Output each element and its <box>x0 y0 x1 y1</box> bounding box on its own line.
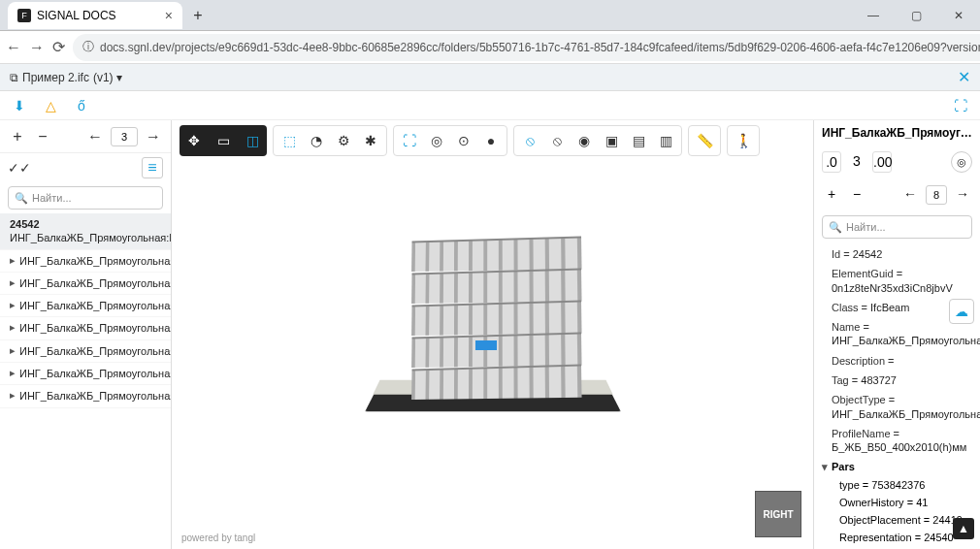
file-name: Пример 2.ifc <box>22 71 89 84</box>
tree-search[interactable]: 🔍 Найти... <box>8 186 163 210</box>
decimals-up[interactable]: .00 <box>872 151 892 173</box>
search-icon: 🔍 <box>15 192 28 205</box>
checkall-icon[interactable]: ✓✓ <box>8 160 31 176</box>
measure-icon[interactable]: 📏 <box>693 133 716 148</box>
properties-panel: ИНГ_БалкаЖБ_Прямоугольная:Б_ЖБ_B50_4 .0 … <box>813 120 980 549</box>
tab-title: SIGNAL DOCS <box>37 9 116 22</box>
new-tab-button[interactable]: + <box>186 4 210 27</box>
layer3-icon[interactable]: ▥ <box>654 133 677 148</box>
move-tool[interactable]: ✥ <box>180 133 209 148</box>
cloud-button[interactable]: ☁ <box>949 299 974 324</box>
close-file-button[interactable]: ✕ <box>958 68 970 86</box>
mesh-icon[interactable]: ✱ <box>359 133 382 148</box>
file-icon: ⧉ <box>10 71 18 84</box>
decimals-value: 3 <box>847 151 866 173</box>
fit-tool-group: ⛶ ◎ ⊙ ● <box>393 125 507 156</box>
decimals-down[interactable]: .0 <box>822 151 841 173</box>
nav-tool-group: ✥ ▭ ◫ <box>180 125 267 156</box>
properties-search[interactable]: 🔍 Найти... <box>822 215 972 239</box>
powered-by-label: powered by tangl <box>181 533 255 543</box>
view-cube[interactable]: RIGHT <box>755 491 801 537</box>
minimize-button[interactable]: — <box>852 0 895 31</box>
pars-group[interactable]: ▾Pars <box>814 458 980 476</box>
tree-panel: + − ← 3 → ✓✓ ≡ 🔍 Найти... 24542 ИНГ_Балк… <box>0 120 172 549</box>
visibility-tool-group: ⦸ ⦸ ◉ ▣ ▤ ▥ <box>513 125 682 156</box>
link-icon[interactable]: ő <box>72 96 91 115</box>
hide1-icon[interactable]: ⦸ <box>518 133 541 149</box>
target3-icon[interactable]: ● <box>479 133 503 148</box>
prop-row: ObjectType =ИНГ_БалкаЖБ_Прямоугольная:Б_ <box>814 390 980 424</box>
tree-item[interactable]: ▸ИНГ_БалкаЖБ_Прямоугольная:Б_ЖБ_B50_800х… <box>0 363 171 385</box>
locate-button[interactable]: ◎ <box>951 151 972 173</box>
maximize-button[interactable]: ▢ <box>895 0 937 31</box>
add-prop-button[interactable]: + <box>822 184 841 206</box>
remove-button[interactable]: − <box>33 128 52 145</box>
layer1-icon[interactable]: ▣ <box>600 133 623 148</box>
layer2-icon[interactable]: ▤ <box>627 133 650 148</box>
prev-page-button[interactable]: ← <box>85 128 105 145</box>
prop-row: ProfileName =Б_ЖБ_B50_400х2010(h)мм <box>814 424 980 458</box>
list-mode-button[interactable]: ≡ <box>142 157 163 178</box>
viewer-panel: ✥ ▭ ◫ ⬚ ◔ ⚙ ✱ ⛶ ◎ ⊙ ● ⦸ ⦸ ◉ ▣ ▤ <box>172 120 813 549</box>
3d-canvas[interactable]: RIGHT powered by tangl <box>172 161 813 549</box>
address-bar[interactable]: ⓘ docs.sgnl.dev/projects/e9c669d1-53dc-4… <box>73 34 980 61</box>
site-info-icon[interactable]: ⓘ <box>82 39 94 55</box>
speed-icon[interactable]: ◔ <box>305 133 328 148</box>
download-icon[interactable]: ⬇ <box>10 96 29 115</box>
hide2-icon[interactable]: ⦸ <box>545 133 569 149</box>
search-placeholder: Найти... <box>32 192 72 204</box>
selected-element-highlight <box>475 340 497 350</box>
fit-icon[interactable]: ⛶ <box>398 133 421 148</box>
add-button[interactable]: + <box>8 128 27 145</box>
reload-button[interactable]: ⟳ <box>52 35 65 60</box>
measure-tool-group: 📏 <box>688 125 721 156</box>
prop-row: Tag = 483727 <box>814 371 980 390</box>
version-dropdown[interactable]: (v1) ▾ <box>93 71 122 84</box>
tree-item[interactable]: ▸ИНГ_БалкаЖБ_Прямоугольная:БП_ЖБ_В40_500… <box>0 385 171 407</box>
tree-item[interactable]: ▸ИНГ_БалкаЖБ_Прямоугольная:Б_ЖБ_B50_400х… <box>0 295 171 317</box>
target2-icon[interactable]: ⊙ <box>452 133 475 148</box>
page-number[interactable]: 3 <box>111 127 138 146</box>
forward-button[interactable]: → <box>29 35 45 60</box>
warning-icon[interactable]: △ <box>41 96 60 115</box>
prop-row: OwnerHistory = 41 <box>814 494 980 511</box>
next-prop-page[interactable]: → <box>953 184 972 206</box>
cube-icon[interactable]: ⬚ <box>278 133 301 148</box>
prop-row: Description = <box>814 351 980 371</box>
scroll-top-button[interactable]: ▲ <box>953 518 974 539</box>
gear-icon[interactable]: ⚙ <box>332 133 355 148</box>
view-tool-group: ⬚ ◔ ⚙ ✱ <box>273 125 387 156</box>
target1-icon[interactable]: ◎ <box>425 133 448 148</box>
search-icon: 🔍 <box>829 221 842 234</box>
favicon: F <box>17 9 31 22</box>
prop-page-number[interactable]: 8 <box>926 185 947 205</box>
browser-tab[interactable]: F SIGNAL DOCS × <box>8 2 182 29</box>
tree-item[interactable]: ▸ИНГ_БалкаЖБ_Прямоугольная:Б_ЖБ_B50_400х… <box>0 250 171 273</box>
fullscreen-icon[interactable]: ⛶ <box>951 96 970 115</box>
next-page-button[interactable]: → <box>144 128 163 145</box>
prev-prop-page[interactable]: ← <box>900 184 920 206</box>
properties-title: ИНГ_БалкаЖБ_Прямоугольная:Б_ЖБ_B50_4 <box>814 120 980 145</box>
tree-item[interactable]: ▸ИНГ_БалкаЖБ_Прямоугольная:Б_ЖБ_B50_800х… <box>0 317 171 339</box>
tree-item[interactable]: 24542 ИНГ_БалкаЖБ_Прямоугольная:Б_ЖБ_B50… <box>0 213 171 250</box>
walk-tool-group: 🚶 <box>727 125 760 156</box>
prop-row: Id = 24542 <box>814 244 980 264</box>
walk-icon[interactable]: 🚶 <box>732 133 755 148</box>
close-tab-icon[interactable]: × <box>165 8 173 23</box>
prop-row: type = 753842376 <box>814 476 980 494</box>
tree-item[interactable]: ▸ИНГ_БалкаЖБ_Прямоугольная:Б_ЖБ_B50_400х… <box>0 273 171 295</box>
comment-tool[interactable]: ▭ <box>209 133 238 148</box>
clip-tool[interactable]: ◫ <box>238 133 267 148</box>
back-button[interactable]: ← <box>6 35 21 60</box>
show-icon[interactable]: ◉ <box>572 133 596 148</box>
close-window-button[interactable]: ✕ <box>937 0 980 31</box>
url-text: docs.sgnl.dev/projects/e9c669d1-53dc-4ee… <box>100 41 980 54</box>
tree-item[interactable]: ▸ИНГ_БалкаЖБ_Прямоугольная:Б_ЖБ_B50_800х… <box>0 340 171 363</box>
remove-prop-button[interactable]: − <box>847 184 866 206</box>
prop-row: ElementGuid =0n1z8teNr35xd3iCn8jbvV <box>814 264 980 298</box>
